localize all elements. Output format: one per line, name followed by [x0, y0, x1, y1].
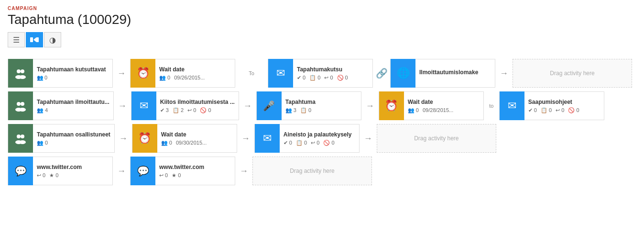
meta-bounce: ↩ 0	[324, 75, 333, 81]
svg-point-4	[21, 69, 24, 73]
card-ilmoittautumislomake[interactable]: 🌐 Ilmoittautumislomake	[390, 59, 495, 88]
meta-block: 🚫 0	[323, 140, 334, 146]
card-content: Tapahtuma 👥 3 📋 0	[282, 96, 361, 116]
drag-placeholder: Drag activity here	[414, 135, 458, 142]
card-title: Tapahtuma	[285, 99, 357, 105]
card-content: Tapahtumaan osallistuneet 👥 0	[33, 128, 114, 149]
meta-count: 👥 0	[159, 75, 170, 81]
meta-retweet: ↩ 0	[159, 172, 168, 179]
connector-to: To	[237, 70, 266, 76]
meta-fav: ★ 0	[49, 172, 58, 179]
people-icon: 👥	[37, 75, 44, 81]
card-title: Aineisto ja palautekysely	[284, 131, 355, 138]
card-kiitos[interactable]: ✉ Kiitos ilmoittautumisesta ... ✔ 3 📋 2 …	[131, 91, 239, 120]
meta-click: 📋 0	[296, 140, 307, 146]
card-aineisto[interactable]: ✉ Aineisto ja palautekysely ✔ 0 📋 0 ↩ 0 …	[254, 124, 360, 153]
flow-view-button[interactable]	[26, 32, 43, 47]
meta-block: 🚫 0	[200, 107, 211, 113]
toolbar: ☰ ◑	[8, 32, 636, 47]
card-title: www.twitter.com	[159, 164, 231, 170]
meta-count: 👥 4	[37, 107, 48, 113]
svg-point-8	[21, 102, 24, 106]
meta-count: 👥 3	[285, 107, 296, 113]
drag-zone-4: Drag activity here	[252, 157, 372, 185]
blue-mail-icon-4: ✉	[255, 124, 280, 153]
svg-rect-0	[30, 37, 33, 42]
card-title: Tapahtumaan kutsuttavat	[37, 66, 109, 73]
meta-check: ✔ 3	[160, 107, 169, 113]
blue-mail-icon-3: ✉	[500, 91, 524, 120]
meta-bounce: ↩ 0	[311, 140, 319, 146]
card-twitter-1[interactable]: 💬 www.twitter.com ↩ 0 ★ 0	[8, 157, 113, 185]
card-wait-date-2[interactable]: ⏰ Wait date 👥 0 09/28/2015...	[379, 91, 484, 120]
card-content: Tapahtumaan ilmoittautu... 👥 4	[33, 96, 113, 116]
card-content: Aineisto ja palautekysely ✔ 0 📋 0 ↩ 0 🚫 …	[280, 128, 359, 149]
blue-chat-icon: 💬	[8, 157, 33, 185]
card-content: Wait date 👥 0 09/26/2015...	[155, 63, 235, 84]
drag-placeholder: Drag activity here	[290, 168, 334, 174]
drag-placeholder: Drag activity here	[550, 70, 594, 77]
card-tapahtuma[interactable]: 🎤 Tapahtuma 👥 3 📋 0	[256, 91, 361, 120]
list-view-button[interactable]: ☰	[8, 32, 25, 47]
blue-mail-icon-2: ✉	[131, 91, 156, 120]
meta-check: ✔ 0	[297, 75, 306, 81]
green-group-icon	[8, 59, 33, 88]
card-title: Ilmoittautumislomake	[419, 69, 491, 76]
card-tapahtumaan-kutsuttavat[interactable]: Tapahtumaan kutsuttavat 👥 0	[8, 59, 113, 88]
meta-click: 📋 0	[309, 75, 320, 81]
card-meta: ✔ 3 📋 2 ↩ 0 🚫 0	[160, 107, 235, 113]
flow-icon	[30, 36, 39, 44]
chart-view-button[interactable]: ◑	[44, 32, 61, 47]
globe-icon: 🌐	[391, 59, 415, 88]
connector-arrow: →	[239, 134, 252, 144]
card-title: Tapahtumakutsu	[297, 66, 369, 73]
connector-arrow: →	[237, 166, 251, 176]
meta-bounce: ↩ 0	[556, 107, 564, 113]
connector-arrow: →	[241, 101, 254, 111]
card-title: Wait date	[408, 99, 480, 105]
card-title: Kiitos ilmoittautumisesta ...	[160, 99, 235, 105]
card-saapumisohjeet[interactable]: ✉ Saapumisohjeet ✔ 0 📋 0 ↩ 0 🚫 0	[499, 91, 604, 120]
card-meta: ✔ 0 📋 0 ↩ 0 🚫 0	[284, 140, 355, 146]
card-wait-date-1[interactable]: ⏰ Wait date 👥 0 09/26/2015...	[130, 59, 235, 88]
blue-chat-icon-2: 💬	[131, 157, 155, 185]
connector-to-2: to	[486, 103, 497, 109]
meta-count: 👥 0	[161, 140, 172, 146]
connector-arrow: →	[115, 166, 128, 176]
flow-rows: Tapahtumaan kutsuttavat 👥 0 → ⏰ Wait dat…	[8, 59, 636, 185]
meta-date: 09/30/2015...	[176, 140, 207, 146]
card-title: Saapumisohjeet	[528, 99, 600, 105]
blue-mail-icon: ✉	[268, 59, 293, 88]
card-content: Saapumisohjeet ✔ 0 📋 0 ↩ 0 🚫 0	[524, 96, 604, 116]
connector-arrow: →	[363, 101, 377, 111]
page-title: Tapahtuma (100029)	[8, 12, 636, 27]
meta-block: 🚫 0	[568, 107, 579, 113]
svg-marker-1	[33, 37, 36, 42]
flow-row-3: Tapahtumaan osallistuneet 👥 0 → ⏰ Wait d…	[8, 124, 636, 153]
card-tapahtumaan-ilmoittautu[interactable]: Tapahtumaan ilmoittautu... 👥 4	[8, 91, 114, 120]
card-content: www.twitter.com ↩ 0 ★ 0	[155, 161, 235, 181]
meta-count: 👥 0	[408, 107, 419, 113]
connector-arrow: →	[497, 68, 511, 79]
card-content: Wait date 👥 0 09/30/2015...	[157, 128, 237, 149]
meta-bounce: ↩ 0	[187, 107, 196, 113]
blue-person-icon: 🎤	[257, 91, 282, 120]
drag-zone-1: Drag activity here	[513, 59, 632, 88]
card-tapahtumakutsu[interactable]: ✉ Tapahtumakutsu ✔ 0 📋 0 ↩ 0 🚫 0	[268, 59, 373, 88]
card-meta: 👥 3 📋 0	[285, 107, 357, 113]
connector-arrow: →	[115, 68, 128, 79]
meta-check: ✔ 0	[284, 140, 292, 146]
card-tapahtumaan-osallistuneet[interactable]: Tapahtumaan osallistuneet 👥 0	[8, 124, 115, 153]
green-group-icon-2	[8, 91, 33, 120]
card-content: www.twitter.com ↩ 0 ★ 0	[33, 161, 112, 181]
connector-arrow: →	[117, 134, 130, 144]
card-content: Wait date 👥 0 09/28/2015...	[404, 96, 483, 116]
card-meta: 👥 0	[37, 75, 109, 81]
svg-point-3	[17, 69, 21, 73]
card-twitter-2[interactable]: 💬 www.twitter.com ↩ 0 ★ 0	[130, 157, 235, 185]
card-meta: 👥 0	[37, 140, 110, 146]
page-header: CAMPAIGN Tapahtuma (100029) ☰ ◑	[0, 0, 644, 59]
card-wait-date-3[interactable]: ⏰ Wait date 👥 0 09/30/2015...	[132, 124, 237, 153]
connector-arrow: →	[361, 134, 375, 144]
drag-zone-3: Drag activity here	[377, 124, 496, 153]
